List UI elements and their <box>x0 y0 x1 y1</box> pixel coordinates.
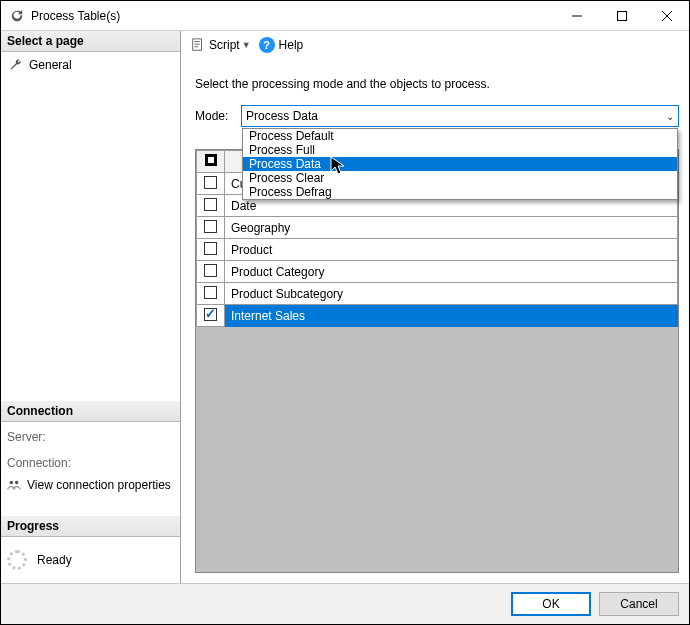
tristate-checkbox-icon <box>205 154 217 166</box>
refresh-icon <box>9 8 25 24</box>
mode-row: Mode: Process Data ⌄ Process DefaultProc… <box>195 105 679 127</box>
row-label: Geography <box>225 217 678 239</box>
spinner-icon <box>7 550 27 570</box>
svg-point-1 <box>10 481 14 485</box>
table-row[interactable]: Product <box>197 239 678 261</box>
close-button[interactable] <box>644 1 689 31</box>
wrench-icon <box>9 58 23 72</box>
chevron-down-icon: ⌄ <box>666 111 674 122</box>
row-checkbox-cell[interactable] <box>197 239 225 261</box>
sidebar: Select a page General Connection Server:… <box>1 31 181 583</box>
checkbox-icon <box>204 242 217 255</box>
checkbox-icon <box>204 176 217 189</box>
people-icon <box>7 478 21 492</box>
dialog-body: Select a page General Connection Server:… <box>1 31 689 583</box>
dialog-footer: OK Cancel <box>1 583 689 624</box>
help-icon: ? <box>259 37 275 53</box>
table-row[interactable]: Product Category <box>197 261 678 283</box>
connection-header: Connection <box>1 401 180 422</box>
mode-option[interactable]: Process Defrag <box>243 185 677 199</box>
script-button[interactable]: Script ▼ <box>191 38 251 52</box>
cancel-button[interactable]: Cancel <box>599 592 679 616</box>
header-checkbox-cell[interactable] <box>197 151 225 173</box>
help-button[interactable]: ? Help <box>259 37 304 53</box>
checkbox-icon <box>204 198 217 211</box>
main-panel: Script ▼ ? Help Select the processing mo… <box>181 31 689 583</box>
mode-option[interactable]: Process Full <box>243 143 677 157</box>
row-checkbox-cell[interactable] <box>197 283 225 305</box>
row-label: Product <box>225 239 678 261</box>
mode-label: Mode: <box>195 109 233 123</box>
view-connection-properties-label: View connection properties <box>27 478 171 492</box>
table-row[interactable]: Geography <box>197 217 678 239</box>
svg-rect-0 <box>617 11 626 20</box>
sidebar-item-general[interactable]: General <box>7 56 174 74</box>
table-row[interactable]: Product Subcategory <box>197 283 678 305</box>
svg-point-2 <box>15 481 19 485</box>
row-label: Internet Sales <box>225 305 678 327</box>
instruction-text: Select the processing mode and the objec… <box>195 59 679 105</box>
ok-label: OK <box>542 597 559 611</box>
progress-status: Ready <box>37 553 72 567</box>
progress-header: Progress <box>1 516 180 537</box>
page-list: General <box>1 52 180 78</box>
mode-option[interactable]: Process Data <box>243 157 677 171</box>
mode-option[interactable]: Process Clear <box>243 171 677 185</box>
row-checkbox-cell[interactable] <box>197 195 225 217</box>
minimize-button[interactable] <box>554 1 599 31</box>
progress-section: Ready <box>1 537 180 583</box>
dialog-window: Process Table(s) Select a page General <box>0 0 690 625</box>
maximize-button[interactable] <box>599 1 644 31</box>
connection-section: Server: Connection: View connection prop… <box>1 422 180 496</box>
row-checkbox-cell[interactable] <box>197 173 225 195</box>
row-checkbox-cell[interactable] <box>197 305 225 327</box>
content-area: Select the processing mode and the objec… <box>181 59 689 583</box>
cancel-label: Cancel <box>620 597 657 611</box>
script-label: Script <box>209 38 240 52</box>
checkbox-icon <box>204 220 217 233</box>
checkbox-icon <box>204 264 217 277</box>
window-title: Process Table(s) <box>31 9 554 23</box>
checkbox-icon <box>204 286 217 299</box>
tables-grid-container: CustomerDateGeographyProductProduct Cate… <box>195 149 679 573</box>
server-label: Server: <box>7 426 174 452</box>
row-label: Product Category <box>225 261 678 283</box>
script-icon <box>191 38 205 52</box>
row-checkbox-cell[interactable] <box>197 217 225 239</box>
mode-dropdown: Process DefaultProcess FullProcess DataP… <box>242 128 678 200</box>
toolbar: Script ▼ ? Help <box>181 31 689 59</box>
row-label: Product Subcategory <box>225 283 678 305</box>
mode-combobox[interactable]: Process Data ⌄ Process DefaultProcess Fu… <box>241 105 679 127</box>
connection-label: Connection: <box>7 452 174 478</box>
title-bar: Process Table(s) <box>1 1 689 31</box>
select-page-header: Select a page <box>1 31 180 52</box>
row-checkbox-cell[interactable] <box>197 261 225 283</box>
help-label: Help <box>279 38 304 52</box>
checkbox-icon <box>204 308 217 321</box>
view-connection-properties-link[interactable]: View connection properties <box>7 478 174 492</box>
chevron-down-icon[interactable]: ▼ <box>242 40 251 50</box>
mode-option[interactable]: Process Default <box>243 129 677 143</box>
sidebar-item-label: General <box>29 58 72 72</box>
ok-button[interactable]: OK <box>511 592 591 616</box>
table-row[interactable]: Internet Sales <box>197 305 678 327</box>
mode-value: Process Data <box>246 109 666 123</box>
